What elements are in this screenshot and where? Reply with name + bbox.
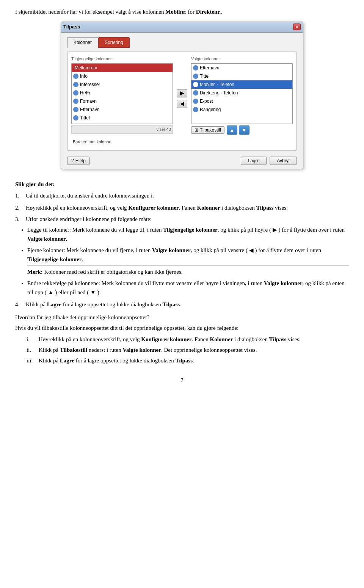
person-icon-interesser	[73, 82, 78, 87]
tittel-sel-label: Tittel	[200, 73, 210, 80]
step2-num: 2.	[15, 203, 23, 212]
move-left-button[interactable]: ◀	[177, 100, 187, 108]
step1-text: Gå til detaljkortet du ønsker å endre ko…	[26, 191, 154, 200]
dialog-footer: ? Hjelp Lagre Avbryt	[67, 154, 297, 165]
merk-line: Merk: Kolonner med rød skrift er obligat…	[27, 265, 349, 276]
help-button[interactable]: ? Hjelp	[67, 157, 90, 165]
reset-button[interactable]: ⊞ Tilbakestill	[191, 126, 224, 134]
reset-label: Tilbakestill	[200, 127, 221, 133]
list-item-info[interactable]: Info	[72, 72, 173, 80]
roman-step-ii: ii. Klikk på Tilbakestill nederst i rute…	[27, 345, 349, 354]
down-arrow-icon: ▼	[242, 126, 247, 134]
columns-panel: Tilgjengelige kolonner: -Mellomrom Info	[67, 52, 297, 151]
etternavn-avail-label: Etternavn	[80, 106, 99, 113]
save-button[interactable]: Lagre	[241, 157, 267, 165]
transfer-arrows: ▶ ◀	[177, 56, 187, 135]
person-icon-hrfr	[73, 90, 78, 96]
list-item-fornavn[interactable]: Fornavn	[72, 97, 173, 105]
selected-columns-panel: Valgte kolonner: Etternavn Tittel	[191, 56, 293, 135]
roman-step-i: i. Høyreklikk på en kolonneoverskrift, o…	[27, 335, 349, 344]
list-item-rangering[interactable]: Rangering	[191, 105, 292, 114]
roman-i-text: Høyreklikk på en kolonneoverskrift, og v…	[39, 335, 301, 344]
list-item-mobilnr[interactable]: Mobilnr. - Telefon	[191, 80, 292, 89]
list-item-etternavn-avail[interactable]: Etternavn	[72, 105, 173, 114]
person-icon-tittel-avail	[73, 115, 78, 121]
available-columns-list[interactable]: -Mellomrom Info Interesser	[71, 63, 173, 124]
person-icon-direktenr	[193, 90, 198, 96]
bullet-fjerne: Fjerne kolonner: Merk kolonnene du vil f…	[27, 246, 349, 276]
bullet-rekkefølge: Endre rekkefølge på kolonnene: Merk kolo…	[27, 279, 349, 297]
tab-sortering[interactable]: Sortering	[98, 37, 130, 48]
roman-ii-num: ii.	[27, 345, 36, 354]
person-icon-tittel-sel	[193, 74, 198, 79]
list-item-interesser[interactable]: Interesser	[72, 80, 173, 89]
list-item-epost[interactable]: E-post	[191, 97, 292, 105]
step3-item: 3. Utfør ønskede endringer i kolonnene p…	[15, 215, 349, 224]
dialog-close-button[interactable]: ✕	[293, 24, 301, 30]
selected-columns-list[interactable]: Etternavn Tittel Mobilnr. - Telefon	[191, 63, 293, 124]
move-up-button[interactable]: ▲	[227, 125, 237, 135]
dialog-action-buttons: Lagre Avbryt	[241, 157, 297, 165]
move-right-button[interactable]: ▶	[177, 89, 187, 97]
mellomrom-label: -Mellomrom	[73, 64, 97, 71]
move-down-button[interactable]: ▼	[239, 125, 249, 135]
tab-bar: Kolonner Sortering	[67, 37, 297, 48]
dialog-titlebar: Tilpass ✕	[61, 22, 303, 33]
merk-bold: Merk:	[27, 269, 43, 275]
step4-text: Klikk på Lagre for å lagre oppsettet og …	[26, 300, 181, 309]
direktenr-label: Direktenr. - Telefon	[200, 89, 238, 96]
dialog-body: Kolonner Sortering Tilgjengelige kolonne…	[61, 33, 303, 169]
tab-kolonner[interactable]: Kolonner	[67, 37, 98, 48]
person-icon-etternavn-avail	[73, 107, 78, 112]
roman-ii-text: Klikk på Tilbakestill nederst i ruten Va…	[39, 345, 257, 354]
epost-label: E-post	[200, 98, 213, 105]
intro-bold2: Direktenr.	[196, 9, 221, 15]
section2-intro: Hvis du vil tilbakestille kolonneoppsett…	[15, 323, 349, 332]
interesser-label: Interesser	[80, 81, 100, 88]
mobilnr-label: Mobilnr. - Telefon	[200, 81, 234, 88]
info-label: Info	[80, 73, 88, 80]
person-icon-rangering	[193, 107, 198, 112]
list-item-tittel-sel[interactable]: Tittel	[191, 72, 292, 80]
slik-gjor-intro: Slik gjør du det:	[15, 180, 349, 189]
roman-iii-num: iii.	[27, 356, 36, 365]
step2-item: 2. Høyreklikk på en kolonneoverskrift, o…	[15, 203, 349, 212]
step4-item: 4. Klikk på Lagre for å lagre oppsettet …	[15, 300, 349, 309]
columns-layout: Tilgjengelige kolonner: -Mellomrom Info	[71, 56, 293, 135]
shows-label: viser 40	[71, 125, 173, 134]
help-label: Hjelp	[75, 158, 86, 163]
fornavn-label: Fornavn	[80, 98, 97, 105]
roman-step-iii: iii. Klikk på Lagre for å lagre oppsette…	[27, 356, 349, 365]
dialog-wrapper: Tilpass ✕ Kolonner Sortering Tilgjengeli…	[61, 22, 303, 169]
up-arrow-icon: ▲	[229, 126, 235, 134]
up-down-buttons: ▲ ▼	[227, 125, 249, 135]
body-content: Slik gjør du det: 1. Gå til detaljkortet…	[15, 180, 349, 365]
dialog-title: Tilpass	[63, 23, 80, 31]
help-icon: ?	[71, 158, 74, 163]
list-item-direktenr[interactable]: Direktenr. - Telefon	[191, 89, 292, 97]
right-col-bottom: ⊞ Tilbakestill ▲ ▼	[191, 125, 293, 135]
left-arrow-icon: ◀	[180, 100, 184, 108]
right-arrow-icon: ▶	[180, 89, 184, 97]
step1-num: 1.	[15, 191, 23, 200]
reset-icon: ⊞	[195, 127, 198, 133]
section2-question: Hvordan får jeg tilbake det opprinnelige…	[15, 313, 349, 322]
available-label: Tilgjengelige kolonner:	[71, 56, 173, 62]
person-icon-epost	[193, 99, 198, 104]
person-icon-info	[73, 74, 78, 79]
intro-bold1: Mobilnr.	[165, 9, 187, 15]
intro-paragraph: I skjermbildet nedenfor har vi for eksem…	[15, 8, 349, 16]
warning-bar: Bare en tom kolonne.	[71, 138, 293, 146]
cancel-button[interactable]: Avbryt	[270, 157, 297, 165]
list-item-etternavn-sel[interactable]: Etternavn	[191, 64, 292, 72]
list-item-tittel-avail[interactable]: Tittel	[72, 114, 173, 122]
roman-i-num: i.	[27, 335, 36, 344]
list-item-hrfr[interactable]: Hr/Fr	[72, 89, 173, 97]
page-number: 7	[15, 376, 349, 384]
person-icon-fornavn	[73, 99, 78, 104]
person-icon-etternavn-sel	[193, 65, 198, 71]
step1-item: 1. Gå til detaljkortet du ønsker å endre…	[15, 191, 349, 200]
list-item-mellomrom[interactable]: -Mellomrom	[72, 64, 173, 72]
step3-text: Utfør ønskede endringer i kolonnene på f…	[26, 215, 152, 224]
step3-num: 3.	[15, 215, 23, 224]
